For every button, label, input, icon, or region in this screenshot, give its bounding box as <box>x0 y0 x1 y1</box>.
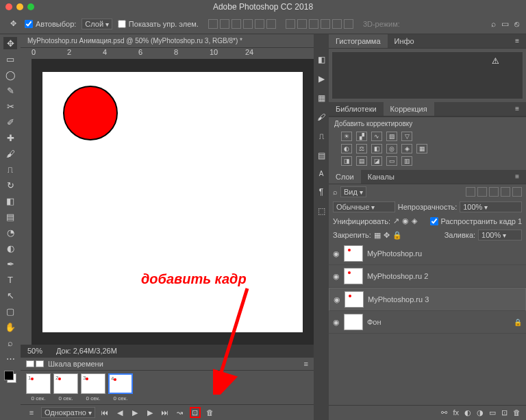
layer-name[interactable]: MyPhotoshop.ru 2 <box>367 272 428 280</box>
mixer-icon[interactable]: ◈ <box>401 144 412 153</box>
gradient-tool[interactable]: ▤ <box>3 210 17 223</box>
filter-adjust-icon[interactable] <box>477 187 487 197</box>
marquee-tool[interactable]: ▭ <box>3 53 17 65</box>
timeline-frame-2[interactable]: 2 0 сек. <box>53 373 78 402</box>
distribute-icon[interactable] <box>344 19 353 29</box>
align-icon[interactable] <box>208 19 218 29</box>
panel-menu-icon[interactable]: ≡ <box>508 102 526 116</box>
filter-type-icon[interactable] <box>489 187 499 197</box>
character-panel-icon[interactable]: A <box>319 170 324 177</box>
layer-group-icon[interactable]: ▭ <box>489 408 496 417</box>
eyedropper-tool[interactable]: ✐ <box>3 116 17 128</box>
canvas[interactable]: добавить кадр <box>32 59 314 345</box>
filter-shape-icon[interactable] <box>501 187 510 197</box>
prev-frame-icon[interactable]: ◀ <box>114 407 125 418</box>
maximize-window[interactable] <box>27 3 34 10</box>
threshold-icon[interactable]: ◪ <box>371 156 382 166</box>
layer-thumbnail[interactable] <box>344 268 363 284</box>
layers-tab[interactable]: Слои <box>329 170 361 184</box>
visibility-icon[interactable]: ◉ <box>333 318 340 327</box>
delete-layer-icon[interactable]: 🗑 <box>513 408 521 417</box>
distribute-icon[interactable] <box>297 19 307 29</box>
swatch-panel-icon[interactable]: ▦ <box>318 93 325 103</box>
opacity-input[interactable]: 100% ▾ <box>460 201 522 212</box>
stamp-tool[interactable]: ⎍ <box>3 163 17 175</box>
bw-icon[interactable]: ◧ <box>371 144 382 153</box>
propagate-checkbox[interactable]: Распространить кадр 1 <box>430 217 522 225</box>
type-tool[interactable]: T <box>3 273 17 286</box>
link-layers-icon[interactable]: ⚯ <box>441 408 447 417</box>
workspace-icon[interactable]: ▭ <box>501 19 509 29</box>
add-frame-button[interactable]: ⊡ <box>190 407 201 418</box>
libraries-tab[interactable]: Библиотеки <box>329 102 384 116</box>
distribute-icon[interactable] <box>321 19 330 29</box>
first-frame-icon[interactable]: ⏮ <box>99 407 110 418</box>
distribute-icon[interactable] <box>286 19 295 29</box>
filter-smart-icon[interactable] <box>512 187 522 197</box>
blur-tool[interactable]: ◔ <box>3 226 17 238</box>
layer-thumbnail[interactable] <box>344 245 363 262</box>
brush-tool[interactable]: 🖌 <box>3 147 17 160</box>
show-controls-checkbox[interactable]: Показать упр. элем. <box>118 20 199 28</box>
layer-name[interactable]: MyPhotoshop.ru 3 <box>368 295 429 304</box>
autoselect-checkbox[interactable]: Автовыбор: <box>25 20 76 28</box>
delete-frame-icon[interactable]: 🗑 <box>205 407 216 418</box>
color-panel-icon[interactable]: ◧ <box>318 55 325 64</box>
vibrance-icon[interactable]: ▽ <box>401 132 412 141</box>
pen-tool[interactable]: ✒ <box>3 258 17 270</box>
loop-dropdown[interactable]: Однократно ▾ <box>41 407 95 418</box>
align-icon[interactable] <box>255 19 264 29</box>
crop-tool[interactable]: ✂ <box>3 100 17 112</box>
history-panel-icon[interactable]: ▤ <box>318 151 325 160</box>
timeline-frame-1[interactable]: 1 0 сек. <box>26 373 51 402</box>
panel-menu-icon[interactable]: ≡ <box>508 34 526 48</box>
correction-tab[interactable]: Коррекция <box>384 102 434 116</box>
zoom-level[interactable]: 50% <box>27 347 42 355</box>
filter-type-dropdown[interactable]: Вид ▾ <box>340 186 366 197</box>
filter-pixel-icon[interactable] <box>466 187 475 197</box>
distribute-icon[interactable] <box>332 19 342 29</box>
align-icon[interactable] <box>231 19 241 29</box>
play-panel-icon[interactable]: ▶ <box>318 74 325 84</box>
unify-position-icon[interactable]: ↗ <box>393 217 399 225</box>
curves-icon[interactable]: ∿ <box>371 132 382 141</box>
unify-visibility-icon[interactable]: ◉ <box>402 217 409 225</box>
unify-style-icon[interactable]: ◈ <box>412 217 417 225</box>
posterize-icon[interactable]: ▤ <box>356 156 367 166</box>
quick-select-tool[interactable]: ✎ <box>3 84 17 97</box>
warning-icon[interactable]: ⚠ <box>492 56 499 66</box>
layer-item[interactable]: ◉ MyPhotoshop.ru 2 <box>329 265 526 288</box>
visibility-icon[interactable]: ◉ <box>334 295 340 304</box>
dodge-tool[interactable]: ◐ <box>3 242 17 254</box>
layer-thumbnail[interactable] <box>345 291 364 308</box>
layer-mask-icon[interactable]: ◐ <box>464 408 471 417</box>
layer-name[interactable]: MyPhotoshop.ru <box>367 249 422 258</box>
blend-mode-dropdown[interactable]: Обычные ▾ <box>333 201 395 212</box>
move-tool-icon[interactable]: ✥ <box>7 18 19 30</box>
timeline-menu-icon[interactable]: ≡ <box>26 407 37 418</box>
close-window[interactable] <box>5 3 12 10</box>
photo-filter-icon[interactable]: ◎ <box>386 144 397 153</box>
eraser-tool[interactable]: ◧ <box>3 195 17 207</box>
shape-tool[interactable]: ▢ <box>3 305 17 317</box>
layer-item[interactable]: ◉ MyPhotoshop.ru <box>329 243 526 265</box>
hue-icon[interactable]: ◐ <box>341 144 352 153</box>
selective-icon[interactable]: ▥ <box>401 156 412 166</box>
search-icon[interactable]: ⌕ <box>333 188 338 196</box>
healing-tool[interactable]: ✚ <box>3 132 17 144</box>
timeline-frame-3[interactable]: 3 0 сек. <box>81 373 105 402</box>
path-tool[interactable]: ↖ <box>3 289 17 301</box>
brightness-icon[interactable]: ☀ <box>341 132 352 141</box>
histogram-tab[interactable]: Гистограмма <box>329 34 388 48</box>
panel-menu-icon[interactable]: ≡ <box>304 360 308 368</box>
layer-item[interactable]: ◉ MyPhotoshop.ru 3 <box>329 288 526 311</box>
lock-position-icon[interactable]: ✥ <box>384 231 390 240</box>
next-frame-icon[interactable]: ▶ <box>145 407 155 418</box>
info-tab[interactable]: Инфо <box>388 34 421 48</box>
search-icon[interactable]: ⌕ <box>491 19 496 29</box>
artboard[interactable] <box>42 72 303 332</box>
timeline-frame-4[interactable]: 4 0 сек. <box>108 373 133 402</box>
panel-menu-icon[interactable]: ≡ <box>508 170 526 184</box>
autoselect-dropdown[interactable]: Слой ▾ <box>82 18 112 29</box>
foreground-background-colors[interactable] <box>4 371 16 383</box>
